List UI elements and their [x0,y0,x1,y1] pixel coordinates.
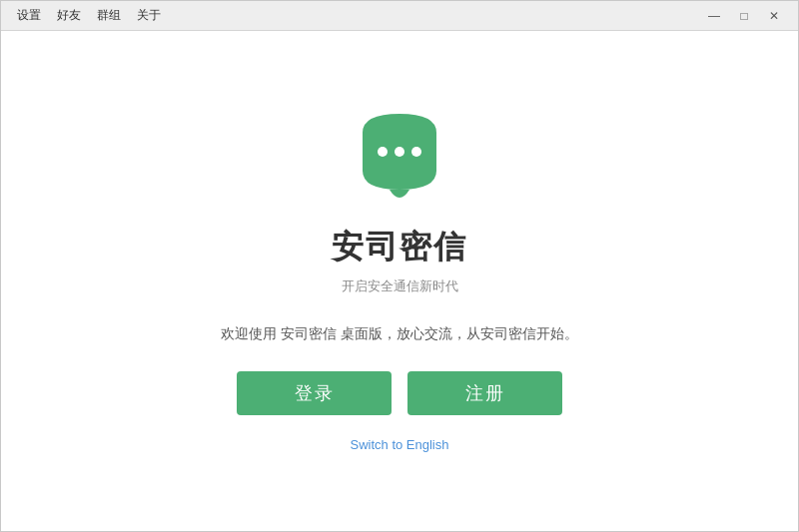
svg-point-3 [411,147,421,157]
main-window: 设置 好友 群组 关于 — □ ✕ [0,0,799,532]
switch-language-link[interactable]: Switch to English [351,437,449,452]
titlebar: 设置 好友 群组 关于 — □ ✕ [1,1,798,31]
svg-point-2 [395,147,404,157]
close-button[interactable]: ✕ [760,6,788,26]
register-button[interactable]: 注册 [407,371,562,415]
login-button[interactable]: 登录 [237,371,392,415]
menu-bar: 设置 好友 群组 关于 [11,5,700,26]
logo-container [355,111,444,206]
button-row: 登录 注册 [237,371,562,415]
menu-about[interactable]: 关于 [131,5,167,26]
menu-groups[interactable]: 群组 [91,5,127,26]
menu-friends[interactable]: 好友 [51,5,87,26]
main-content: 安司密信 开启安全通信新时代 欢迎使用 安司密信 桌面版，放心交流，从安司密信开… [1,31,798,531]
svg-point-1 [378,147,388,157]
window-controls: — □ ✕ [700,6,788,26]
menu-settings[interactable]: 设置 [11,5,47,26]
app-logo [355,111,444,206]
welcome-text: 欢迎使用 安司密信 桌面版，放心交流，从安司密信开始。 [221,325,578,343]
app-title: 安司密信 [332,226,467,269]
minimize-button[interactable]: — [700,6,728,26]
maximize-button[interactable]: □ [730,6,758,26]
app-subtitle: 开启安全通信新时代 [342,277,458,295]
